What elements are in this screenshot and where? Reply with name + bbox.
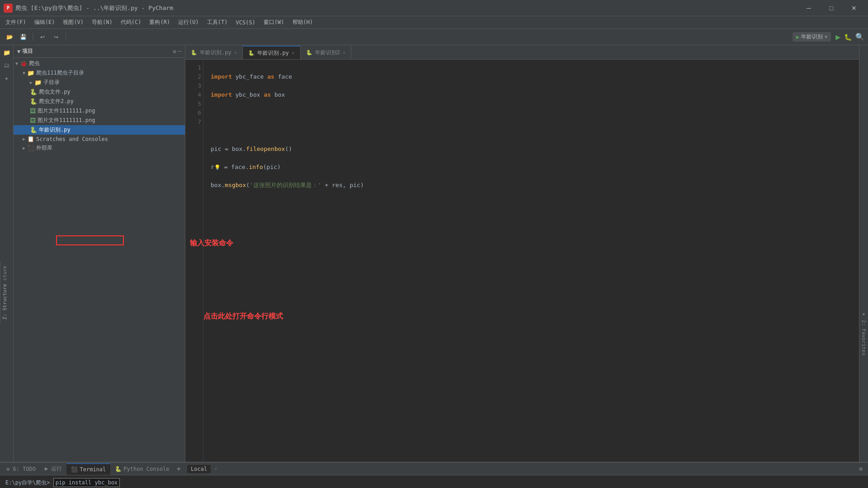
project-settings-icon[interactable]: ⚙ [173, 48, 176, 55]
terminal-content[interactable]: E:\py自学\爬虫> pip install ybc_box Collecti… [0, 475, 868, 488]
tree-item-label: 爬虫111爬虫子目录 [36, 69, 84, 77]
left-icon-structure[interactable]: 🗂 [1, 60, 12, 70]
main-layout: 📁 🗂 ★ ▼ 项目 ⚙ ─ ▼ 🐞 爬虫 [0, 45, 868, 462]
tab-close-3[interactable]: × [343, 50, 346, 56]
tree-item-scratches[interactable]: ▶ 📋 Scratches and Consoles [14, 135, 185, 143]
editor-tab-3[interactable]: 🐍 年龄识别2 × [301, 46, 352, 59]
tree-py-icon: 🐍 [30, 98, 37, 105]
tab-py-icon-1: 🐍 [191, 50, 197, 56]
menu-navigate[interactable]: 导航(N) [88, 18, 116, 27]
run-button[interactable]: ▶ [835, 32, 840, 42]
window-title: 爬虫 [E:\py自学\爬虫] - ..\年龄识别.py - PyCharm [15, 4, 173, 12]
tab-py-icon-active: 🐍 [248, 50, 255, 56]
menu-vcs[interactable]: VCS(S) [232, 19, 259, 27]
bottom-panel: ≡ 6: TODO ▶ 运行 ⬛ Terminal 🐍 Python Conso… [0, 462, 868, 488]
tree-lib-icon: ⬛ [27, 145, 34, 151]
toolbar-open[interactable]: 📂 [4, 32, 15, 42]
bottom-tab-todo[interactable]: ≡ 6: TODO [2, 463, 40, 475]
project-arrow: ▼ [17, 48, 20, 55]
editor-tab-active[interactable]: 🐍 年龄识别.py × [243, 46, 300, 59]
python-console-icon: 🐍 [115, 466, 122, 472]
add-terminal-button[interactable]: + [174, 465, 184, 473]
bottom-tab-terminal-label: Terminal [80, 466, 106, 473]
favorites-label: ★ 2: Favorites [859, 307, 868, 359]
bottom-tab-run-label: ▶ 运行 [45, 465, 62, 473]
tree-py-icon: 🐍 [30, 127, 37, 133]
left-icon-project[interactable]: 📁 [1, 47, 12, 58]
menu-tools[interactable]: 工具(T) [203, 18, 231, 27]
close-button[interactable]: ✕ [844, 2, 864, 14]
tree-item-img2[interactable]: 🖼 图片文件1111111.png [14, 116, 185, 125]
term-prompt-1: E:\py自学\爬虫> [5, 479, 50, 486]
tree-folder-icon: 📁 [27, 70, 34, 76]
z-structure-text: Z: Structure [0, 280, 9, 323]
menu-edit[interactable]: 编辑(E) [31, 18, 59, 27]
tree-arrow: ▶ [30, 80, 33, 85]
tab-label-3: 年龄识别2 [315, 49, 340, 56]
run-config-arrow: ▼ [825, 34, 827, 39]
left-icon-favorites[interactable]: ★ [1, 72, 12, 83]
terminal-line-prompt1: E:\py自学\爬虫> pip install ybc_box [5, 478, 863, 487]
tree-item-selected[interactable]: 🐍 年龄识别.py [14, 125, 185, 135]
tab-py-icon-3: 🐍 [306, 50, 312, 56]
window-controls: ─ □ ✕ [798, 2, 864, 14]
term-pip-command: pip install ybc_box [53, 478, 120, 487]
project-controls: ⚙ ─ [173, 48, 181, 55]
toolbar: 📂 💾 ↩ ↪ ▶ 年龄识别 ▼ ▶ 🐛 🔍 [0, 29, 868, 45]
menu-window[interactable]: 窗口(W) [260, 18, 288, 27]
editor-tab-1[interactable]: 🐍 年龄识别.py × [185, 46, 243, 59]
bottom-tab-run[interactable]: ▶ 运行 [40, 463, 66, 475]
tree-item-label: Scratches and Consoles [36, 136, 108, 142]
tree-item-subdir[interactable]: ▶ 📁 子目录 [14, 78, 185, 87]
menu-view[interactable]: 视图(V) [59, 18, 87, 27]
project-minimize-icon[interactable]: ─ [178, 48, 181, 55]
toolbar-save[interactable]: 💾 [17, 32, 29, 42]
tree-scratches-icon: 📋 [27, 136, 34, 142]
run-configuration[interactable]: ▶ 年龄识别 ▼ [793, 32, 831, 42]
bottom-tab-python[interactable]: 🐍 Python Console [110, 463, 174, 475]
debug-button[interactable]: 🐛 [844, 33, 852, 41]
z-structure-panel[interactable]: Z: Structure [0, 280, 9, 323]
menu-help[interactable]: 帮助(H) [289, 18, 317, 27]
right-sidebar [859, 45, 868, 462]
tree-item-img1[interactable]: 🖼 图片文件1111111.png [14, 106, 185, 116]
tree-item-label: 图片文件1111111.png [38, 107, 95, 115]
tree-item-label: 爬虫文件2.py [39, 98, 74, 105]
line-numbers: 1 2 3 4 5 6 7 [185, 60, 203, 462]
search-button[interactable]: 🔍 [855, 33, 864, 41]
minimize-button[interactable]: ─ [798, 2, 819, 14]
toolbar-redo[interactable]: ↪ [50, 32, 62, 42]
toolbar-separator-2 [66, 33, 66, 41]
menu-refactor[interactable]: 重构(R) [146, 18, 174, 27]
tab-close-active[interactable]: × [292, 50, 295, 56]
project-header: ▼ 项目 ⚙ ─ [14, 45, 185, 58]
maximize-button[interactable]: □ [821, 2, 842, 14]
title-bar-left: P 爬虫 [E:\py自学\爬虫] - ..\年龄识别.py - PyCharm [4, 4, 173, 13]
code-editor: 1 2 3 4 5 6 7 import ybc_face as face im… [185, 60, 859, 462]
menu-run[interactable]: 运行(U) [175, 18, 203, 27]
tree-item-folder1[interactable]: ▼ 📁 爬虫111爬虫子目录 [14, 68, 185, 78]
terminal-icon: ⬛ [71, 466, 78, 473]
favorites-panel[interactable]: ★ 2: Favorites [859, 307, 868, 359]
terminal-tab-local[interactable]: Local [187, 465, 211, 473]
menu-bar: 文件(F) 编辑(E) 视图(V) 导航(N) 代码(C) 重构(R) 运行(U… [0, 16, 868, 29]
menu-code[interactable]: 代码(C) [117, 18, 145, 27]
project-label: 项目 [22, 47, 33, 55]
tree-arrow: ▼ [15, 61, 18, 66]
toolbar-undo[interactable]: ↩ [37, 32, 48, 42]
tree-item-root[interactable]: ▼ 🐞 爬虫 [14, 59, 185, 68]
menu-file[interactable]: 文件(F) [2, 18, 30, 27]
tree-folder-icon: 🐞 [20, 60, 27, 67]
project-tree: ▼ 🐞 爬虫 ▼ 📁 爬虫111爬虫子目录 ▶ 📁 子目录 🐍 爬 [14, 58, 185, 462]
tab-close-1[interactable]: × [234, 50, 237, 56]
title-bar: P 爬虫 [E:\py自学\爬虫] - ..\年龄识别.py - PyCharm… [0, 0, 868, 16]
tree-item-external[interactable]: ▶ ⬛ 外部库 [14, 143, 185, 153]
tree-py-icon: 🐍 [30, 89, 37, 95]
terminal-tab-close[interactable]: × [214, 466, 217, 471]
run-config-icon: ▶ [796, 34, 799, 40]
tree-item-py2[interactable]: 🐍 爬虫文件2.py [14, 97, 185, 106]
terminal-settings-icon[interactable]: ⚙ [855, 465, 866, 472]
code-content[interactable]: import ybc_face as face import ybc_box a… [203, 60, 859, 462]
tree-item-py1[interactable]: 🐍 爬虫文件.py [14, 87, 185, 97]
bottom-tab-terminal[interactable]: ⬛ Terminal [66, 463, 110, 475]
